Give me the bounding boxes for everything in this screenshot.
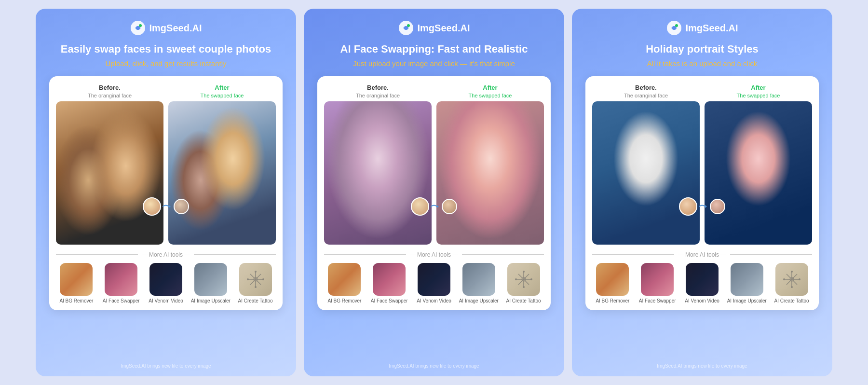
before-label-3: Before. xyxy=(635,84,657,91)
tool-thumb-bg-3 xyxy=(596,263,629,296)
card-subtitle-2: Just upload your image and click — it's … xyxy=(353,59,515,68)
tool-face-swapper-2[interactable]: AI Face Swapper xyxy=(369,263,410,303)
tool-label-face-3: AI Face Swapper xyxy=(639,298,676,303)
before-column-2: Before. The oranginal face xyxy=(324,84,432,245)
svg-point-27 xyxy=(672,26,676,30)
tool-thumb-face-3 xyxy=(641,263,674,296)
before-after-1: Before. The oranginal face After The swa… xyxy=(56,84,276,245)
tool-label-upscaler-1: AI Image Upscaler xyxy=(191,298,231,303)
svg-point-9 xyxy=(255,271,257,273)
card-footer-1: ImgSeed.AI brings new life to every imag… xyxy=(121,358,211,369)
tool-label-bg-2: AI BG Remover xyxy=(327,298,361,303)
tool-tattoo-2[interactable]: AI Create Tattoo xyxy=(503,263,544,303)
tool-thumb-tattoo-1 xyxy=(239,263,272,296)
svg-marker-16 xyxy=(437,205,439,208)
tool-upscaler-1[interactable]: AI Image Upscaler xyxy=(190,263,231,303)
face-circle-5 xyxy=(679,197,697,216)
svg-marker-3 xyxy=(169,205,171,208)
before-photo-2 xyxy=(324,101,432,245)
tools-grid-3: AI BG Remover AI Face Swapper AI Venom V… xyxy=(592,263,812,303)
tool-face-swapper-1[interactable]: AI Face Swapper xyxy=(101,263,142,303)
tool-thumb-tattoo-3 xyxy=(775,263,808,296)
tool-venom-1[interactable]: AI Venom Video xyxy=(146,263,187,303)
divider-line-right-3 xyxy=(730,254,812,255)
preview-box-3: Before. The oranginal face After The swa… xyxy=(585,76,819,310)
card-footer-2: ImgSeed.AI brings new life to every imag… xyxy=(389,358,479,369)
card-subtitle-1: Upload, click, and get results instantly xyxy=(106,59,227,68)
face-swap-overlay-3 xyxy=(679,197,725,216)
tool-thumb-upscaler-1 xyxy=(194,263,227,296)
svg-point-23 xyxy=(523,286,525,288)
tool-upscaler-2[interactable]: AI Image Upscaler xyxy=(458,263,499,303)
more-tools-1: — More AI tools — AI BG Remover AI Face … xyxy=(56,251,276,303)
tool-thumb-tattoo-2 xyxy=(507,263,540,296)
arrow-icon-2 xyxy=(430,203,441,210)
after-column-1: After The swapped face xyxy=(168,84,276,245)
face-circle-3 xyxy=(411,197,429,216)
tattoo-svg-3 xyxy=(782,270,801,289)
cards-container: ImgSeed.AI Easily swap faces in sweet co… xyxy=(0,0,868,385)
tattoo-svg-2 xyxy=(514,270,533,289)
before-label-1: Before. xyxy=(99,84,121,91)
logo-icon-1 xyxy=(130,20,146,36)
tool-thumb-bg-1 xyxy=(60,263,93,296)
after-label-3: After xyxy=(751,84,765,91)
more-tools-2: — More AI tools — AI BG Remover AI Face … xyxy=(324,251,544,303)
svg-marker-29 xyxy=(705,205,707,208)
after-sublabel-2: The swapped face xyxy=(469,93,512,98)
before-column-1: Before. The oranginal face xyxy=(56,84,163,245)
card-title-1: Easily swap faces in sweet couple photos xyxy=(61,42,271,56)
logo-row-3: ImgSeed.AI xyxy=(666,20,738,36)
tool-label-venom-3: AI Venom Video xyxy=(685,298,719,303)
after-column-3: After The swapped face xyxy=(705,84,812,245)
tools-grid-1: AI BG Remover AI Face Swapper AI Venom V… xyxy=(56,263,276,303)
before-label-2: Before. xyxy=(367,84,389,91)
card-footer-3: ImgSeed.AI brings new life to every imag… xyxy=(657,358,747,369)
tool-label-tattoo-3: AI Create Tattoo xyxy=(774,298,809,303)
tool-tattoo-1[interactable]: AI Create Tattoo xyxy=(235,263,276,303)
tool-bg-remover-1[interactable]: AI BG Remover xyxy=(56,263,97,303)
tool-thumb-face-1 xyxy=(105,263,137,296)
tool-upscaler-3[interactable]: AI Image Upscaler xyxy=(726,263,767,303)
tool-thumb-venom-3 xyxy=(686,263,719,296)
tool-venom-2[interactable]: AI Venom Video xyxy=(414,263,455,303)
tool-venom-3[interactable]: AI Venom Video xyxy=(682,263,723,303)
more-tools-divider-2: — More AI tools — xyxy=(324,251,544,258)
svg-point-12 xyxy=(262,278,264,280)
more-tools-text-1: — More AI tools — xyxy=(142,251,190,258)
svg-point-11 xyxy=(247,278,249,280)
svg-point-35 xyxy=(791,271,793,273)
tool-bg-remover-2[interactable]: AI BG Remover xyxy=(324,263,365,303)
svg-point-24 xyxy=(515,278,517,280)
card-1: ImgSeed.AI Easily swap faces in sweet co… xyxy=(36,9,296,376)
divider-line-left-2 xyxy=(324,254,406,255)
tool-label-venom-2: AI Venom Video xyxy=(417,298,451,303)
tattoo-svg-1 xyxy=(246,270,265,289)
card-3: ImgSeed.AI Holiday portrait Styles All i… xyxy=(572,9,832,376)
tools-grid-2: AI BG Remover AI Face Swapper AI Venom V… xyxy=(324,263,544,303)
tool-thumb-bg-2 xyxy=(328,263,361,296)
tool-thumb-upscaler-2 xyxy=(462,263,495,296)
svg-point-28 xyxy=(675,24,678,27)
tool-thumb-upscaler-3 xyxy=(731,263,763,296)
after-photo-1 xyxy=(168,101,276,245)
tool-tattoo-3[interactable]: AI Create Tattoo xyxy=(771,263,812,303)
after-label-2: After xyxy=(483,84,497,91)
card-title-2: AI Face Swapping: Fast and Realistic xyxy=(340,42,528,56)
before-sublabel-3: The oranginal face xyxy=(624,93,668,98)
divider-line-right-1 xyxy=(194,254,276,255)
tool-face-swapper-3[interactable]: AI Face Swapper xyxy=(637,263,678,303)
logo-row-1: ImgSeed.AI xyxy=(130,20,202,36)
card-2: ImgSeed.AI AI Face Swapping: Fast and Re… xyxy=(304,9,564,376)
face-swap-overlay-1 xyxy=(143,197,189,216)
after-photo-3 xyxy=(705,101,812,245)
tool-bg-remover-3[interactable]: AI BG Remover xyxy=(592,263,633,303)
logo-text-2: ImgSeed.AI xyxy=(418,23,470,34)
after-label-1: After xyxy=(215,84,229,91)
divider-line-left-3 xyxy=(592,254,674,255)
after-sublabel-1: The swapped face xyxy=(201,93,244,98)
preview-box-1: Before. The oranginal face After The swa… xyxy=(49,76,283,310)
face-circle-6 xyxy=(710,199,725,214)
svg-point-2 xyxy=(139,24,142,27)
more-tools-text-3: — More AI tools — xyxy=(678,251,727,258)
